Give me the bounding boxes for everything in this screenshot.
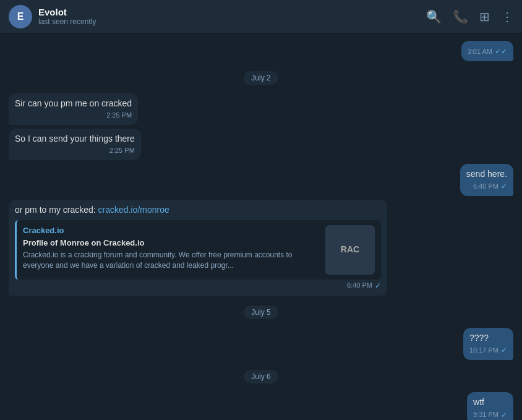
link-preview-thumbnail: RAC xyxy=(325,225,375,275)
message-row: wtf 9:31 PM ✓ xyxy=(9,392,513,420)
message-row: send here. 6:40 PM ✓ xyxy=(9,164,513,196)
layout-icon[interactable]: ⊞ xyxy=(479,9,490,24)
message-meta: 6:40 PM ✓ xyxy=(466,181,507,192)
message-time: 2:25 PM xyxy=(106,111,132,120)
message-row: 3:01 AM ✓✓ xyxy=(9,41,513,61)
message-time: 9:31 PM xyxy=(473,410,498,419)
message-bubble: So I can send your things there 2:25 PM xyxy=(9,129,141,160)
date-badge: July 5 xyxy=(244,306,278,319)
link-preview-content: Cracked.io Profile of Monroe on Cracked.… xyxy=(23,225,319,275)
message-meta: 9:31 PM ✓ xyxy=(473,410,507,420)
avatar: E xyxy=(9,5,32,28)
chat-header: E Evolot last seen recently 🔍 📞 ⊞ ⋮ xyxy=(0,0,522,33)
message-meta: 3:01 AM ✓✓ xyxy=(468,46,507,57)
date-badge: July 2 xyxy=(244,71,278,85)
message-time: 2:25 PM xyxy=(109,146,135,155)
message-meta: 10:17 PM ✓ xyxy=(469,345,507,356)
message-text: So I can send your things there xyxy=(15,134,135,144)
message-bubble: 3:01 AM ✓✓ xyxy=(461,41,513,61)
link-preview-site: Cracked.io xyxy=(23,225,319,236)
header-info: Evolot last seen recently xyxy=(38,7,426,26)
message-row: ???? 10:17 PM ✓ xyxy=(9,328,513,360)
message-row: So I can send your things there 2:25 PM xyxy=(9,129,513,160)
read-receipt-icon: ✓ xyxy=(501,345,507,356)
date-separator: July 5 xyxy=(9,306,513,319)
message-bubble: ???? 10:17 PM ✓ xyxy=(463,328,513,360)
read-receipt-icon: ✓ xyxy=(501,410,507,420)
message-row: Sir can you pm me on cracked 2:25 PM xyxy=(9,93,513,125)
cracked-link[interactable]: cracked.io/monroe xyxy=(98,205,169,215)
chat-area: 3:01 AM ✓✓ July 2 Sir can you pm me on c… xyxy=(0,33,522,420)
date-separator: July 2 xyxy=(9,71,513,85)
message-meta: 2:25 PM xyxy=(15,111,132,120)
read-receipt-icon: ✓ xyxy=(501,181,507,192)
thumbnail-text: RAC xyxy=(341,244,359,256)
search-icon[interactable]: 🔍 xyxy=(426,9,442,24)
message-text: ???? xyxy=(469,333,489,343)
message-meta: 2:25 PM xyxy=(15,146,135,155)
message-text: send here. xyxy=(466,169,507,179)
message-bubble: Sir can you pm me on cracked 2:25 PM xyxy=(9,93,138,125)
message-time: 10:17 PM xyxy=(469,346,498,355)
link-preview-title: Profile of Monroe on Cracked.io xyxy=(23,238,319,249)
message-meta: 6:40 PM ✓ xyxy=(15,281,381,291)
phone-icon[interactable]: 📞 xyxy=(453,9,468,24)
avatar-letter: E xyxy=(17,11,24,22)
message-text: Sir can you pm me on cracked xyxy=(15,98,132,108)
message-time: 6:40 PM xyxy=(347,281,372,290)
read-receipt-icon: ✓✓ xyxy=(495,46,507,57)
date-badge: July 6 xyxy=(244,370,278,384)
message-bubble: or pm to my cracked: cracked.io/monroe C… xyxy=(9,200,387,295)
message-time: 3:01 AM xyxy=(468,47,492,56)
message-row: or pm to my cracked: cracked.io/monroe C… xyxy=(9,200,513,295)
message-bubble: send here. 6:40 PM ✓ xyxy=(460,164,513,196)
date-separator: July 6 xyxy=(9,370,513,384)
message-text: wtf xyxy=(473,397,484,407)
message-bubble: wtf 9:31 PM ✓ xyxy=(467,392,513,420)
read-receipt-icon: ✓ xyxy=(375,281,381,291)
link-preview-card: Cracked.io Profile of Monroe on Cracked.… xyxy=(15,220,381,280)
message-text: or pm to my cracked: cracked.io/monroe xyxy=(15,205,169,215)
contact-name: Evolot xyxy=(38,7,426,17)
contact-status: last seen recently xyxy=(38,17,426,26)
more-icon[interactable]: ⋮ xyxy=(501,9,513,24)
message-time: 6:40 PM xyxy=(473,182,498,191)
header-actions: 🔍 📞 ⊞ ⋮ xyxy=(426,9,513,24)
link-preview-desc: Cracked.io is a cracking forum and commu… xyxy=(23,250,319,271)
